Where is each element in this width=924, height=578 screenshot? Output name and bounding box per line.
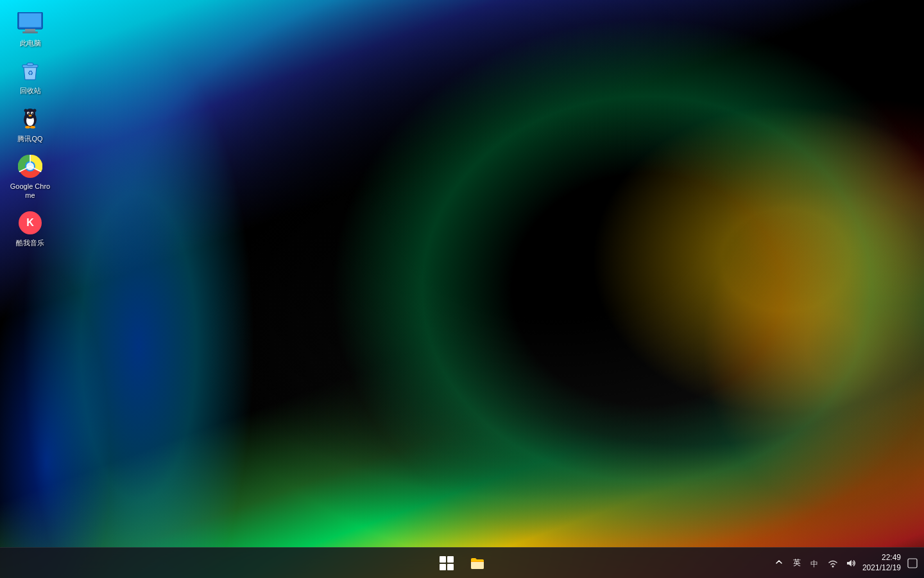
svg-point-13 (32, 112, 33, 114)
desktop-icon-qq[interactable]: 腾讯QQ (6, 102, 54, 147)
chrome-icon (17, 153, 43, 179)
svg-rect-2 (25, 29, 35, 31)
desktop-icons-area: 此电脑 ♻ 回收站 (6, 6, 54, 252)
file-explorer-button[interactable] (463, 549, 492, 577)
language-indicator[interactable]: 英 (791, 556, 803, 570)
input-method-icon[interactable]: 中 (809, 557, 821, 570)
windows-logo-icon (440, 556, 454, 570)
taskbar-tray: 英 中 22:49 2021/1 (773, 553, 919, 573)
clock-date: 2021/12/19 (862, 563, 901, 574)
taskbar-center-items (432, 549, 492, 577)
kuwo-icon: K (17, 210, 43, 236)
desktop-wallpaper (0, 0, 924, 578)
start-button[interactable] (432, 549, 461, 577)
kuwo-label: 酷我音乐 (16, 238, 44, 247)
clock-area[interactable]: 22:49 2021/12/19 (862, 553, 901, 573)
wifi-icon (827, 557, 839, 569)
svg-text:♻: ♻ (28, 69, 33, 76)
svg-rect-5 (27, 63, 33, 66)
notification-button[interactable] (906, 557, 919, 570)
this-pc-label: 此电脑 (20, 39, 41, 48)
notification-icon (907, 558, 918, 568)
svg-point-18 (33, 109, 37, 112)
svg-point-28 (832, 565, 834, 567)
chrome-label: Google Chrome (9, 182, 51, 200)
svg-point-17 (24, 109, 28, 112)
taskbar: 英 中 22:49 2021/1 (0, 547, 924, 578)
desktop-icon-kuwo-music[interactable]: K 酷我音乐 (6, 206, 54, 251)
svg-rect-1 (19, 13, 41, 27)
svg-text:中: 中 (810, 559, 818, 568)
chevron-up-icon (775, 558, 783, 566)
svg-point-14 (29, 114, 32, 116)
desktop-icon-google-chrome[interactable]: Google Chrome (6, 150, 54, 204)
volume-icon[interactable] (844, 557, 857, 570)
desktop-icon-this-pc[interactable]: 此电脑 (6, 6, 54, 51)
clock-time: 22:49 (882, 553, 901, 563)
speaker-icon (845, 557, 857, 569)
tray-chevron-button[interactable] (773, 557, 785, 569)
qq-icon (17, 106, 43, 132)
folder-icon (470, 556, 485, 570)
svg-point-15 (25, 126, 30, 128)
svg-point-12 (28, 112, 30, 114)
svg-rect-29 (908, 559, 917, 568)
desktop-icon-recycle-bin[interactable]: ♻ 回收站 (6, 54, 54, 99)
qq-label: 腾讯QQ (17, 134, 42, 143)
svg-rect-3 (22, 31, 38, 33)
svg-point-16 (30, 126, 35, 128)
this-pc-icon (17, 10, 43, 36)
recycle-bin-icon: ♻ (17, 58, 43, 83)
recycle-bin-label: 回收站 (20, 86, 41, 95)
network-icon[interactable] (826, 557, 839, 570)
svg-text:K: K (26, 217, 34, 228)
